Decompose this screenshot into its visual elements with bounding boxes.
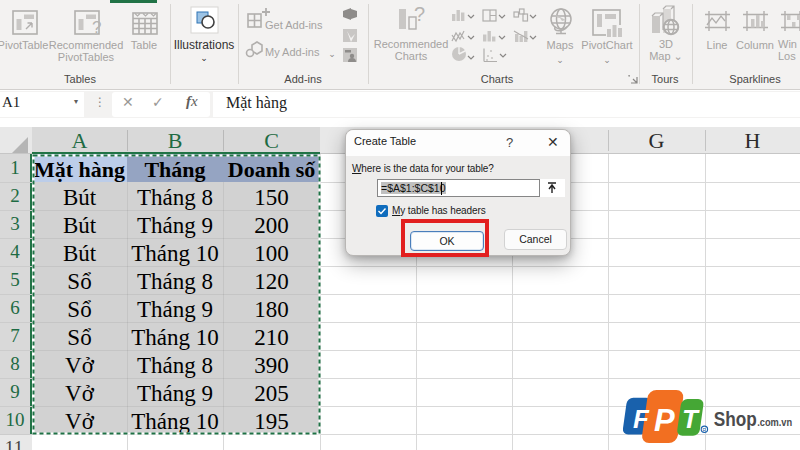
svg-text:?: ?: [414, 3, 425, 25]
svg-text:P: P: [654, 403, 675, 438]
svg-text:?: ?: [92, 18, 101, 37]
svg-text:T: T: [682, 404, 700, 434]
svg-text:.com.vn: .com.vn: [757, 416, 792, 428]
svg-text:R: R: [703, 427, 707, 433]
svg-text:F: F: [633, 404, 650, 434]
svg-text:Shop: Shop: [714, 408, 757, 430]
